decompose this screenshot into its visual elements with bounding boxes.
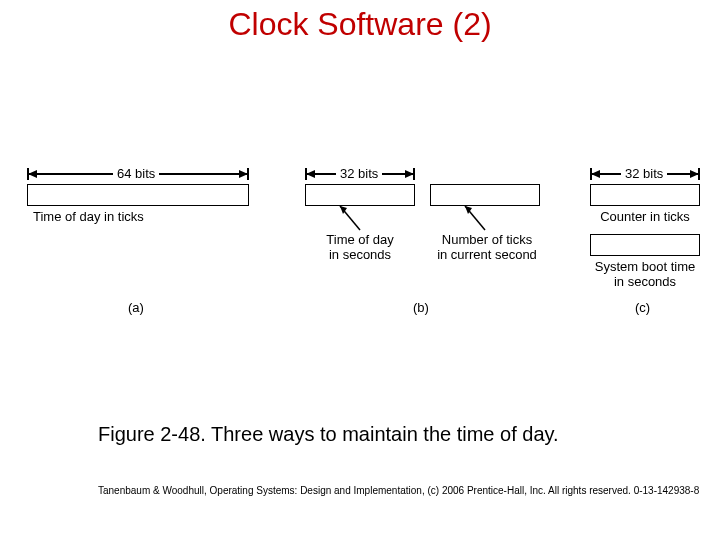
tag-b: (b)	[413, 300, 429, 315]
box-a	[27, 184, 249, 206]
arrow-right-icon	[405, 170, 414, 178]
pointer-b-top	[330, 200, 370, 235]
dim-label-a: 64 bits	[113, 166, 159, 181]
label-b-top: Time of day in seconds	[310, 232, 410, 262]
arrow-left-icon	[28, 170, 37, 178]
pointer-b-right	[455, 200, 495, 235]
dim-label-c: 32 bits	[621, 166, 667, 181]
tag-a: (a)	[128, 300, 144, 315]
dim-label-b: 32 bits	[336, 166, 382, 181]
figure-caption: Figure 2-48. Three ways to maintain the …	[98, 423, 559, 446]
diagram-area: 64 bits Time of day in ticks (a) 32 bits…	[0, 162, 720, 342]
tag-c: (c)	[635, 300, 650, 315]
box-c-top	[590, 184, 700, 206]
arrow-left-icon	[306, 170, 315, 178]
page-title: Clock Software (2)	[0, 6, 720, 43]
copyright-footer: Tanenbaum & Woodhull, Operating Systems:…	[98, 485, 699, 496]
arrow-right-icon	[239, 170, 248, 178]
box-c-bottom	[590, 234, 700, 256]
arrow-left-icon	[591, 170, 600, 178]
label-c-top: Counter in ticks	[590, 209, 700, 224]
label-c-bottom: System boot time in seconds	[588, 259, 702, 289]
arrow-right-icon	[690, 170, 699, 178]
box-a-label: Time of day in ticks	[33, 209, 144, 224]
label-b-right: Number of ticks in current second	[432, 232, 542, 262]
